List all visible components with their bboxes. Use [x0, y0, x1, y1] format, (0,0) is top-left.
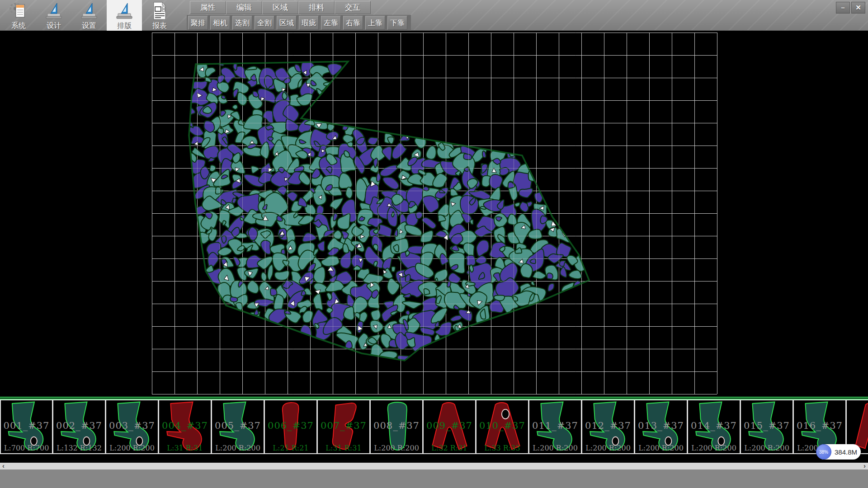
piece-thumbnail[interactable]: 013_#37L:200 R:200 [635, 399, 688, 454]
piece-count-label: L:31 R:31 [318, 444, 369, 452]
thumbnail-strip: 001_#37L:700 R:700002_#37L:132 R:132003_… [0, 399, 868, 454]
window-controls: – ✕ [836, 2, 865, 14]
piece-id-label: 013_#37 [635, 420, 687, 431]
piece-count-label: L:200 R:200 [529, 444, 581, 452]
tool-bar: 聚排相机选割全割区域瑕疵左靠右靠上靠下靠 [187, 15, 411, 31]
piece-id-label: 014_#37 [688, 420, 740, 431]
piece-thumbnail[interactable]: 006_#37L:21 R:21 [264, 399, 317, 454]
menu-item-编辑[interactable]: 编辑 [226, 1, 262, 14]
minimize-button[interactable]: – [836, 2, 850, 14]
piece-id-label: 002_#37 [53, 420, 105, 431]
piece-id-label: 010_#37 [476, 420, 528, 431]
piece-count-label: L:21 R:21 [265, 444, 316, 452]
progress-circle-icon: 38% [816, 444, 831, 460]
piece-count-label: L:200 R:200 [635, 444, 687, 452]
piece-count-label: L:132 R:132 [53, 444, 105, 452]
piece-thumbnail[interactable]: 005_#37L:200 R:200 [212, 399, 264, 454]
piece-id-label: 008_#37 [371, 420, 422, 431]
tool-button-相机[interactable]: 相机 [210, 16, 230, 30]
app-button-排版[interactable]: 排版 [107, 0, 142, 31]
system-icon [9, 1, 28, 20]
piece-count-label: L:200 R:200 [582, 444, 634, 452]
piece-thumbnail[interactable]: 007_#37L:31 R:31 [317, 399, 370, 454]
piece-thumbnail[interactable]: 001_#37L:700 R:700 [0, 399, 53, 454]
piece-id-label: 011_#37 [529, 420, 581, 431]
layout-icon [115, 1, 134, 20]
piece-id-label: 016_#37 [794, 420, 845, 431]
app-button-label: 报表 [152, 21, 167, 31]
close-button[interactable]: ✕ [851, 2, 865, 14]
scroll-left-icon[interactable]: ‹ [2, 462, 5, 469]
scroll-right-icon[interactable]: › [863, 462, 866, 469]
menu-bar: 属性编辑区域排料交互 [190, 1, 371, 14]
tool-button-上靠[interactable]: 上靠 [365, 16, 385, 30]
piece-id-label: 001_#37 [1, 420, 52, 431]
toolbar: 系统设计设置排版报表 属性编辑区域排料交互 聚排相机选割全割区域瑕疵左靠右靠上靠… [0, 0, 868, 31]
piece-count-label: L:200 R:200 [688, 444, 740, 452]
piece-count-label: L:31 R:31 [159, 444, 211, 452]
report-icon [150, 1, 169, 20]
app-button-label: 设置 [82, 21, 96, 31]
piece-thumbnail[interactable]: 014_#37L:200 R:200 [688, 399, 741, 454]
piece-thumbnail[interactable]: 002_#37L:132 R:132 [53, 399, 106, 454]
horizontal-scrollbar[interactable]: ‹ › [0, 463, 868, 469]
piece-id-label: 006_#37 [265, 420, 316, 431]
piece-thumbnail[interactable]: 008_#37L:200 R:200 [370, 399, 423, 454]
memory-value: 384.8M [835, 448, 857, 456]
piece-count-label: L:200 R:200 [106, 444, 158, 452]
app-button-label: 设计 [47, 21, 61, 31]
tool-button-右靠[interactable]: 右靠 [343, 16, 363, 30]
app-button-label: 系统 [11, 21, 26, 31]
piece-thumbnail[interactable]: 003_#37L:200 R:200 [106, 399, 159, 454]
piece-thumbnail[interactable]: 012_#37L:200 R:200 [582, 399, 635, 454]
piece-id-label: 009_#37 [424, 420, 475, 431]
menu-item-排料[interactable]: 排料 [298, 1, 335, 14]
piece-id-label: 015_#37 [741, 420, 793, 431]
piece-count-label: L:33 R:33 [476, 444, 528, 452]
status-bar [0, 469, 868, 488]
piece-thumbnail[interactable]: 004_#37L:31 R:31 [159, 399, 212, 454]
application-window: 系统设计设置排版报表 属性编辑区域排料交互 聚排相机选割全割区域瑕疵左靠右靠上靠… [0, 0, 868, 488]
app-button-设置[interactable]: 设置 [71, 0, 107, 31]
app-button-报表[interactable]: 报表 [142, 0, 177, 31]
piece-count-label: L:200 R:200 [741, 444, 793, 452]
piece-thumbnail[interactable]: 011_#37L:200 R:200 [529, 399, 582, 454]
memory-badge: 38% 384.8M [816, 444, 861, 460]
piece-thumbnail[interactable]: 009_#37L:32 R:31 [423, 399, 476, 454]
nesting-canvas[interactable] [0, 31, 868, 397]
design-icon [44, 1, 63, 20]
menu-item-属性[interactable]: 属性 [190, 1, 226, 14]
tool-button-聚排[interactable]: 聚排 [188, 16, 208, 30]
piece-id-label: 003_#37 [106, 420, 158, 431]
tool-button-瑕疵[interactable]: 瑕疵 [299, 16, 319, 30]
tool-button-左靠[interactable]: 左靠 [321, 16, 341, 30]
piece-id-label: 005_#37 [212, 420, 264, 431]
tool-button-全割[interactable]: 全割 [255, 16, 274, 30]
piece-count-label: L:32 R:31 [424, 444, 475, 452]
menu-item-区域[interactable]: 区域 [262, 1, 298, 14]
settings-icon [80, 1, 99, 20]
app-button-系统[interactable]: 系统 [1, 0, 36, 31]
menu-item-交互[interactable]: 交互 [335, 1, 371, 14]
piece-id-label: 004_#37 [159, 420, 211, 431]
piece-thumbnail[interactable]: 015_#37L:200 R:200 [741, 399, 793, 454]
app-button-设计[interactable]: 设计 [36, 0, 71, 31]
piece-count-label: L:200 R:200 [212, 444, 264, 452]
piece-count-label: L:700 R:700 [1, 444, 52, 452]
tool-button-选割[interactable]: 选割 [232, 16, 252, 30]
piece-id-label: 007_#37 [318, 420, 369, 431]
tool-button-区域[interactable]: 区域 [277, 16, 297, 30]
app-button-label: 排版 [117, 21, 132, 31]
tool-button-下靠[interactable]: 下靠 [387, 16, 407, 30]
app-button-group: 系统设计设置排版报表 [1, 0, 177, 31]
piece-id-label: 012_#37 [582, 420, 634, 431]
piece-thumbnail[interactable]: 010_#37L:33 R:33 [476, 399, 529, 454]
piece-count-label: L:200 R:200 [371, 444, 422, 452]
